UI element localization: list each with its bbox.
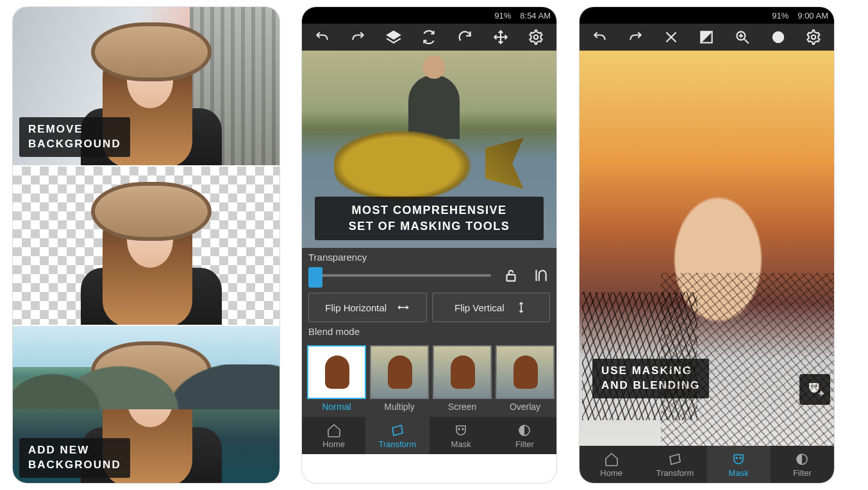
transparency-slider[interactable] [308, 267, 491, 284]
nav-transform[interactable]: Transform [365, 417, 429, 454]
editor-canvas[interactable]: MOST COMPREHENSIVESET OF MASKING TOOLS [302, 51, 556, 248]
bottom-nav: Home Transform Mask Filter [302, 417, 556, 454]
svg-line-33 [744, 39, 749, 44]
android-statusbar: 91% 9:00 AM [580, 7, 834, 24]
blend-mode-overlay[interactable]: Overlay [497, 345, 553, 414]
nav-home[interactable]: Home [302, 417, 365, 454]
brush-size-button[interactable] [769, 28, 788, 47]
redo-button[interactable] [348, 28, 367, 47]
svg-marker-16 [392, 425, 403, 436]
blend-mode-normal[interactable]: Normal [308, 345, 365, 414]
nav-filter[interactable]: Filter [771, 446, 834, 483]
svg-point-42 [740, 457, 741, 459]
flip-vertical-label: Flip Vertical [455, 302, 505, 313]
settings-button[interactable] [804, 28, 823, 47]
nav-transform[interactable]: Transform [643, 446, 706, 483]
svg-point-36 [772, 31, 783, 42]
nav-filter[interactable]: Filter [493, 417, 556, 454]
revert-button[interactable] [455, 28, 474, 47]
blend-mode-label: Blend mode [308, 326, 550, 337]
svg-point-39 [815, 386, 817, 388]
move-button[interactable] [491, 28, 510, 47]
redo-button[interactable] [626, 28, 645, 47]
blend-mode-multiply[interactable]: Multiply [371, 345, 428, 414]
app-screenshot-mask: 91% 9:00 AM USE MASKINGAND BLENDING Home… [580, 7, 834, 483]
nav-mask[interactable]: Mask [430, 417, 493, 454]
svg-rect-12 [507, 275, 515, 281]
top-toolbar [580, 24, 834, 51]
svg-marker-31 [701, 31, 712, 42]
flip-vertical-button[interactable]: Flip Vertical [432, 293, 551, 322]
app-screenshot-transform: 91% 8:54 AM MOST COMPREHENSIVESET OF MAS… [302, 7, 556, 483]
zoom-in-button[interactable] [733, 28, 752, 47]
svg-marker-8 [387, 31, 401, 39]
sb-clock-text: 8:54 AM [520, 11, 551, 20]
rotate-button[interactable] [419, 28, 438, 47]
top-toolbar [302, 24, 556, 51]
transparency-label: Transparency [308, 252, 550, 263]
svg-point-41 [736, 457, 737, 459]
blend-mode-screen[interactable]: Screen [434, 345, 490, 414]
mask-shape-icon[interactable] [531, 266, 550, 285]
flip-horizontal-label: Flip Horizontal [325, 302, 387, 313]
svg-marker-40 [670, 454, 680, 464]
sb-battery-text: 91% [494, 11, 511, 20]
layers-button[interactable] [384, 28, 403, 47]
bottom-nav: Home Transform Mask Filter [580, 446, 834, 483]
example-original: REMOVEBACKGROUND [13, 7, 280, 165]
clear-mask-button[interactable] [662, 28, 681, 47]
promo-banner: USE MASKINGAND BLENDING [592, 359, 709, 398]
android-statusbar: 91% 8:54 AM [302, 7, 556, 24]
settings-button[interactable] [526, 28, 546, 47]
editor-canvas[interactable]: USE MASKINGAND BLENDING [580, 51, 834, 446]
promo-banner: MOST COMPREHENSIVESET OF MASKING TOOLS [315, 197, 544, 240]
undo-button[interactable] [590, 28, 610, 47]
transform-panel: Transparency Flip Horizontal Flip Vertic… [302, 248, 556, 341]
svg-point-38 [811, 386, 813, 388]
lock-icon[interactable] [501, 266, 521, 285]
promo-screenshot-1: REMOVEBACKGROUND ADD NEWBACKGROUND [13, 7, 280, 483]
undo-button[interactable] [313, 28, 332, 47]
flip-horizontal-button[interactable]: Flip Horizontal [308, 293, 427, 322]
sb-clock-text: 9:00 AM [797, 11, 828, 20]
example-new-background: ADD NEWBACKGROUND [13, 326, 280, 483]
svg-point-37 [812, 35, 816, 40]
example-transparent [13, 167, 280, 325]
svg-point-18 [462, 429, 463, 430]
svg-point-11 [534, 35, 538, 40]
svg-point-17 [458, 429, 460, 430]
label-add-background: ADD NEWBACKGROUND [19, 438, 130, 478]
add-mask-button[interactable] [799, 374, 830, 405]
nav-mask[interactable]: Mask [707, 446, 771, 483]
blend-mode-scroll[interactable]: Normal Multiply Screen Overlay [302, 341, 556, 417]
label-remove-background: REMOVEBACKGROUND [19, 117, 130, 157]
sb-battery-text: 91% [772, 11, 789, 20]
nav-home[interactable]: Home [580, 446, 643, 483]
invert-mask-button[interactable] [697, 28, 716, 47]
